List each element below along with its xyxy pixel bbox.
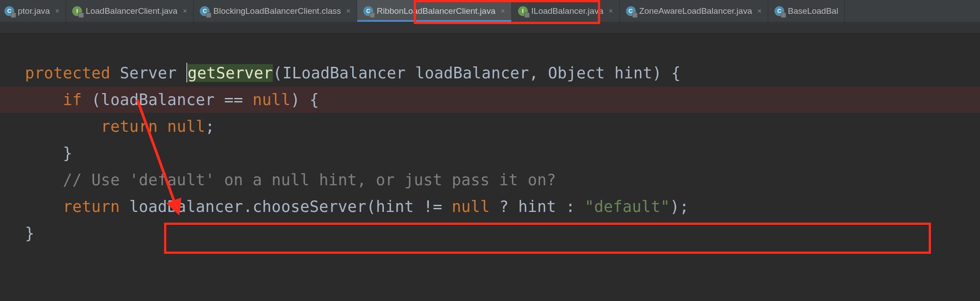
lock-icon — [524, 12, 530, 18]
editor-tab-active[interactable]: C RibbonLoadBalancerClient.java × — [357, 0, 512, 22]
code-line: if (loadBalancer == null) { — [0, 86, 980, 113]
close-icon[interactable]: × — [183, 7, 187, 15]
code-line: return loadBalancer.chooseServer(hint !=… — [0, 193, 980, 220]
close-icon[interactable]: × — [609, 7, 613, 15]
tab-label: RibbonLoadBalancerClient.java — [377, 6, 495, 16]
editor-tab[interactable]: I LoadBalancerClient.java × — [66, 0, 194, 22]
tab-label: ILoadBalancer.java — [531, 6, 604, 16]
close-icon[interactable]: × — [346, 7, 350, 15]
code-line: protected Server getServer(ILoadBalancer… — [0, 60, 980, 86]
close-icon[interactable]: × — [55, 7, 59, 15]
editor-tab[interactable]: I ILoadBalancer.java × — [512, 0, 620, 22]
code-line: // Use 'default' on a null hint, or just… — [0, 167, 980, 193]
code-editor[interactable]: protected Server getServer(ILoadBalancer… — [0, 33, 980, 247]
close-icon[interactable]: × — [501, 7, 505, 15]
java-interface-icon: I — [72, 6, 82, 16]
java-class-icon: C — [626, 6, 636, 16]
tab-label: ZoneAwareLoadBalancer.java — [639, 6, 752, 16]
lock-icon — [781, 12, 786, 18]
editor-tab[interactable]: C ZoneAwareLoadBalancer.java × — [620, 0, 769, 22]
breadcrumb-strip — [0, 22, 980, 33]
code-line: return null; — [0, 113, 980, 140]
lock-icon — [78, 12, 84, 18]
editor-tab[interactable]: C BaseLoadBal — [768, 0, 845, 22]
editor-tab-bar: C ptor.java × I LoadBalancerClient.java … — [0, 0, 980, 22]
tab-label: LoadBalancerClient.java — [86, 6, 177, 16]
code-line: } — [0, 220, 980, 247]
editor-tab[interactable]: C ptor.java × — [0, 0, 66, 22]
code-line: } — [0, 140, 980, 167]
lock-icon — [370, 12, 375, 18]
close-icon[interactable]: × — [758, 7, 762, 15]
tab-label: BaseLoadBal — [788, 6, 838, 16]
tab-label: BlockingLoadBalancerClient.class — [213, 6, 341, 16]
editor-tab[interactable]: C BlockingLoadBalancerClient.class × — [194, 0, 357, 22]
lock-icon — [632, 12, 638, 18]
tab-label: ptor.java — [18, 6, 50, 16]
java-class-icon: C — [363, 6, 373, 16]
java-interface-icon: I — [518, 6, 528, 16]
java-class-icon: C — [4, 6, 14, 16]
lock-icon — [11, 12, 16, 18]
java-class-icon: C — [774, 6, 784, 16]
java-class-icon: C — [200, 6, 210, 16]
lock-icon — [206, 12, 211, 18]
text-caret — [186, 63, 187, 82]
